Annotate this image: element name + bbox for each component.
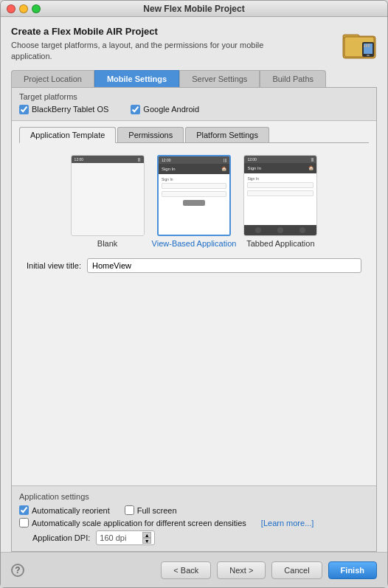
bottom-right: < Back Next > Cancel Finish <box>161 561 377 579</box>
svg-rect-7 <box>366 44 367 47</box>
auto-reorient-label: Automatically reorient <box>32 506 110 515</box>
title-bar: New Flex Mobile Project <box>1 1 387 17</box>
dpi-up[interactable]: ▲ <box>142 532 151 538</box>
templates-area: 12:00||| Blank 12:00||| Sign In 🏠 <box>19 149 369 254</box>
auto-scale-setting[interactable]: Automatically scale application for diff… <box>19 518 246 528</box>
tab-mobile-settings[interactable]: Mobile Settings <box>94 70 179 87</box>
tab-build-paths[interactable]: Build Paths <box>260 70 326 87</box>
app-settings-section: Application settings Automatically reori… <box>12 485 376 551</box>
initial-view-input[interactable] <box>87 258 361 273</box>
tab-permissions[interactable]: Permissions <box>117 127 184 142</box>
header-title: Create a Flex Mobile AIR Project <box>11 26 291 37</box>
header-section: Create a Flex Mobile AIR Project Choose … <box>11 26 377 63</box>
initial-view-label: Initial view title: <box>27 261 81 270</box>
help-button[interactable]: ? <box>11 564 24 577</box>
app-settings-label: Application settings <box>19 492 369 501</box>
target-platforms-label: Target platforms <box>19 92 369 101</box>
initial-view-row: Initial view title: <box>19 254 369 277</box>
bottom-bar: ? < Back Next > Cancel Finish <box>1 552 387 587</box>
back-button[interactable]: < Back <box>161 561 211 579</box>
inner-tabs: Application Template Permissions Platfor… <box>19 127 369 143</box>
maximize-button[interactable] <box>32 4 41 13</box>
window-title: New Flex Mobile Project <box>143 4 244 14</box>
blackberry-platform[interactable]: BlackBerry Tablet OS <box>19 105 108 114</box>
settings-row-1: Automatically reorient Full screen <box>19 505 369 515</box>
content-area: Create a Flex Mobile AIR Project Choose … <box>1 17 387 552</box>
header-text: Create a Flex Mobile AIR Project Choose … <box>11 26 291 63</box>
cancel-button[interactable]: Cancel <box>271 561 322 579</box>
help-icon-label: ? <box>15 565 20 575</box>
main-window: New Flex Mobile Project Create a Flex Mo… <box>0 0 388 588</box>
auto-scale-label: Automatically scale application for diff… <box>32 519 246 528</box>
svg-rect-5 <box>367 55 370 56</box>
svg-rect-6 <box>364 45 365 47</box>
learn-more-link[interactable]: [Learn more...] <box>261 519 314 528</box>
bottom-left: ? <box>11 564 24 577</box>
close-button[interactable] <box>7 4 15 13</box>
tabbed-label: Tabbed Application <box>246 239 314 248</box>
svg-rect-8 <box>368 44 370 47</box>
template-tabbed[interactable]: 12:00||| Sign In 🏠 Sign In <box>243 155 317 248</box>
full-screen-label: Full screen <box>137 506 177 515</box>
dpi-spinner[interactable]: ▲ ▼ <box>142 532 151 544</box>
tab-application-template[interactable]: Application Template <box>19 127 116 143</box>
tab-platform-settings[interactable]: Platform Settings <box>185 127 269 142</box>
next-button[interactable]: Next > <box>217 561 266 579</box>
finish-button[interactable]: Finish <box>328 561 377 579</box>
blank-label: Blank <box>97 239 118 248</box>
dpi-down[interactable]: ▼ <box>142 538 151 544</box>
minimize-button[interactable] <box>19 4 28 13</box>
full-screen-checkbox[interactable] <box>125 505 134 515</box>
tab-project-location[interactable]: Project Location <box>11 70 94 87</box>
inner-tabs-section: Application Template Permissions Platfor… <box>12 121 376 485</box>
dpi-value: 160 dpi <box>100 533 126 542</box>
template-blank[interactable]: 12:00||| Blank <box>71 155 145 248</box>
blank-preview: 12:00||| <box>71 155 145 236</box>
auto-scale-checkbox[interactable] <box>19 518 29 528</box>
view-based-preview: 12:00||| Sign In 🏠 Sign In <box>157 155 231 236</box>
view-based-label: View-Based Application <box>152 239 237 248</box>
main-panel: Target platforms BlackBerry Tablet OS Go… <box>11 87 377 552</box>
android-checkbox[interactable] <box>131 105 140 114</box>
target-platforms-section: Target platforms BlackBerry Tablet OS Go… <box>12 88 376 121</box>
settings-row-2: Automatically scale application for diff… <box>19 518 369 528</box>
wizard-tabs: Project Location Mobile Settings Server … <box>11 70 377 87</box>
window-controls <box>7 4 41 13</box>
android-label: Google Android <box>143 105 199 114</box>
dpi-row: Application DPI: 160 dpi ▲ ▼ <box>19 530 369 545</box>
blackberry-checkbox[interactable] <box>19 105 29 114</box>
dpi-label: Application DPI: <box>19 533 90 542</box>
blackberry-label: BlackBerry Tablet OS <box>32 105 108 114</box>
auto-reorient-checkbox[interactable] <box>19 505 29 515</box>
platforms-row: BlackBerry Tablet OS Google Android <box>19 105 369 114</box>
template-view-based[interactable]: 12:00||| Sign In 🏠 Sign In <box>152 155 237 248</box>
tabbed-preview: 12:00||| Sign In 🏠 Sign In <box>243 155 317 236</box>
auto-reorient-setting[interactable]: Automatically reorient <box>19 505 110 515</box>
android-platform[interactable]: Google Android <box>131 105 199 114</box>
dpi-select[interactable]: 160 dpi ▲ ▼ <box>96 530 155 545</box>
tab-server-settings[interactable]: Server Settings <box>179 70 260 87</box>
folder-icon <box>342 26 377 61</box>
header-description: Choose target platforms, a layout, and t… <box>11 40 291 63</box>
full-screen-setting[interactable]: Full screen <box>125 505 177 515</box>
